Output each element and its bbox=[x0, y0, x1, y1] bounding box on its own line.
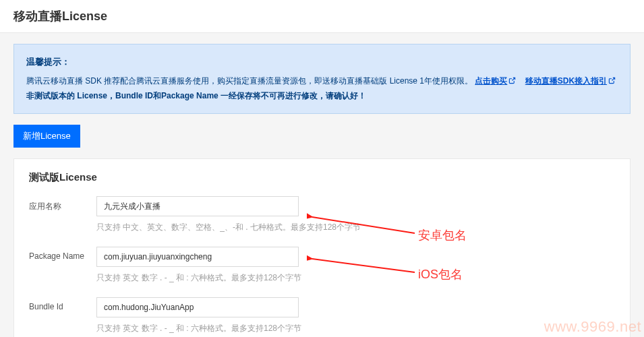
bundle-id-label: Bundle Id bbox=[29, 297, 96, 311]
app-name-hint: 只支持 中文、英文、数字、空格、_、-和 . 七种格式。最多支持128个字节 bbox=[96, 222, 615, 233]
external-link-icon bbox=[608, 77, 616, 84]
buy-link[interactable]: 点击购买 bbox=[475, 76, 516, 86]
package-name-input[interactable] bbox=[96, 247, 299, 267]
tip-title: 温馨提示： bbox=[26, 54, 618, 71]
package-name-hint: 只支持 英文 数字 . - _ 和 : 六种格式。最多支持128个字节 bbox=[96, 272, 615, 284]
page-title: 移动直播License bbox=[0, 0, 644, 33]
external-link-icon bbox=[508, 77, 516, 84]
guide-link[interactable]: 移动直播SDK接入指引 bbox=[525, 76, 616, 86]
watermark: www.9969.net bbox=[544, 318, 641, 336]
app-name-label: 应用名称 bbox=[29, 196, 96, 212]
card-title: 测试版License bbox=[29, 171, 615, 184]
tip-line-1: 腾讯云移动直播 SDK 推荐配合腾讯云直播服务使用，购买指定直播流量资源包，即送… bbox=[26, 73, 618, 89]
info-banner: 温馨提示： 腾讯云移动直播 SDK 推荐配合腾讯云直播服务使用，购买指定直播流量… bbox=[13, 44, 631, 114]
app-name-input[interactable] bbox=[96, 196, 299, 216]
bundle-id-input[interactable] bbox=[96, 297, 299, 317]
tip-line-2: 非测试版本的 License，Bundle ID和Package Name 一经… bbox=[26, 88, 618, 104]
license-form-card: 测试版License 应用名称 只支持 中文、英文、数字、空格、_、-和 . 七… bbox=[13, 158, 631, 337]
add-license-button[interactable]: 新增License bbox=[13, 125, 80, 148]
package-name-label: Package Name bbox=[29, 247, 96, 261]
bundle-id-hint: 只支持 英文 数字 . - _ 和 : 六种格式。最多支持128个字节 bbox=[96, 323, 615, 334]
